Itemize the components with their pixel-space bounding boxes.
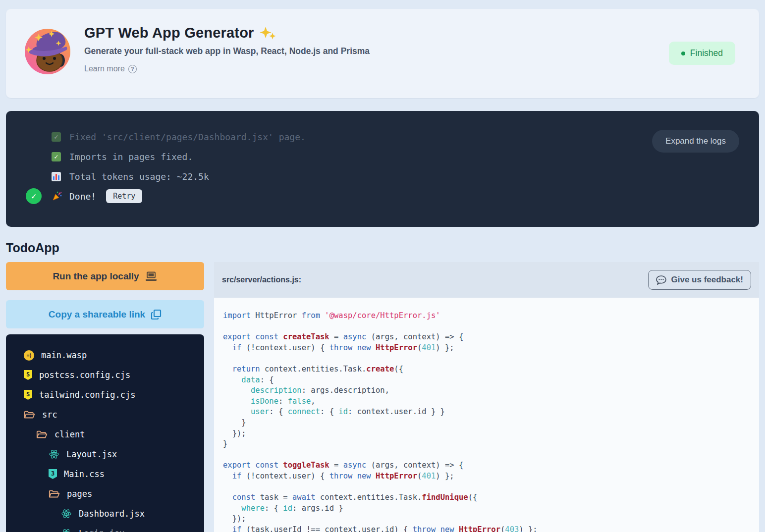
code-block: import HttpError from '@wasp/core/HttpEr… bbox=[214, 298, 759, 532]
code-line: if (!context.user) { throw new HttpError… bbox=[223, 471, 749, 482]
retry-button[interactable]: Retry bbox=[106, 189, 142, 203]
copy-icon bbox=[151, 309, 162, 320]
wasp-icon: =) bbox=[24, 350, 34, 361]
file-name: Layout.jsx bbox=[66, 449, 117, 459]
code-line bbox=[223, 482, 749, 493]
code-line bbox=[223, 353, 749, 364]
folder-icon bbox=[36, 430, 48, 439]
code-line: isDone: false, bbox=[223, 396, 749, 407]
react-icon bbox=[49, 449, 59, 459]
expand-logs-button[interactable]: Expand the logs bbox=[652, 130, 739, 153]
file-name: Main.css bbox=[64, 469, 105, 479]
current-file-label: src/server/actions.js: bbox=[222, 275, 648, 284]
code-line: import HttpError from '@wasp/core/HttpEr… bbox=[223, 311, 749, 321]
check-icon: ✓ bbox=[52, 152, 61, 161]
page-subtitle: Generate your full-stack web app in Wasp… bbox=[84, 46, 370, 56]
app-name-heading: TodoApp bbox=[6, 241, 765, 255]
wizard-bee-logo-icon bbox=[24, 28, 71, 75]
code-line bbox=[223, 321, 749, 332]
code-line: export const createTask = async (args, c… bbox=[223, 332, 749, 343]
file-name: Login.jsx bbox=[79, 529, 124, 532]
react-icon bbox=[61, 529, 72, 532]
code-line: }); bbox=[223, 428, 749, 439]
log-line: ✓ Imports in pages fixed. bbox=[26, 147, 759, 166]
code-line: const task = await context.entities.Task… bbox=[223, 492, 749, 503]
run-app-label: Run the app locally bbox=[53, 271, 139, 282]
file-name: postcss.config.cjs bbox=[39, 370, 130, 380]
speech-bubble-icon bbox=[656, 275, 666, 285]
copy-shareable-link-button[interactable]: Copy a shareable link bbox=[6, 300, 204, 328]
file-tree-item[interactable]: client bbox=[24, 425, 204, 444]
code-line bbox=[223, 450, 749, 461]
app-logo bbox=[24, 28, 71, 75]
file-tree-item[interactable]: pages bbox=[24, 484, 204, 504]
status-badge: Finished bbox=[669, 42, 735, 65]
code-line: export const toggleTask = async (args, c… bbox=[223, 460, 749, 471]
file-tree-item[interactable]: Stailwind.config.cjs bbox=[24, 385, 204, 405]
code-line: }); bbox=[223, 514, 749, 525]
file-name: Dashboard.jsx bbox=[79, 509, 145, 519]
log-line-done: ✓ Done! Retry bbox=[26, 186, 759, 206]
learn-more-link[interactable]: Learn more ? bbox=[84, 64, 137, 73]
party-popper-icon bbox=[52, 191, 62, 202]
sidebar: Run the app locally Copy a shareable lin… bbox=[6, 262, 204, 532]
status-label: Finished bbox=[690, 48, 723, 58]
log-text: Fixed 'src/client/pages/Dashboard.jsx' p… bbox=[69, 132, 306, 142]
laptop-icon bbox=[145, 271, 158, 281]
code-line: description: args.description, bbox=[223, 385, 749, 396]
js-icon: S bbox=[24, 370, 32, 380]
file-tree-item[interactable]: Dashboard.jsx bbox=[24, 504, 204, 524]
help-icon: ? bbox=[128, 65, 137, 73]
bar-chart-icon bbox=[52, 172, 61, 181]
file-tree-item[interactable]: src bbox=[24, 405, 204, 425]
sparkles-icon bbox=[259, 26, 276, 41]
code-panel-header: src/server/actions.js: Give us feedback! bbox=[214, 262, 759, 298]
log-text: Total tokens usage: ~22.5k bbox=[69, 171, 209, 182]
run-app-locally-button[interactable]: Run the app locally bbox=[6, 262, 204, 290]
done-text: Done! bbox=[69, 191, 96, 202]
give-feedback-button[interactable]: Give us feedback! bbox=[648, 270, 751, 290]
learn-more-label: Learn more bbox=[84, 64, 125, 73]
status-dot-icon bbox=[681, 52, 685, 55]
file-tree-item[interactable]: Login.jsx bbox=[24, 524, 204, 532]
js-icon: S bbox=[24, 390, 32, 400]
css-icon: 3 bbox=[49, 469, 57, 479]
folder-icon bbox=[49, 489, 60, 499]
file-name: client bbox=[55, 429, 85, 439]
main-content: Run the app locally Copy a shareable lin… bbox=[6, 262, 759, 532]
file-tree: =)main.waspSpostcss.config.cjsStailwind.… bbox=[6, 334, 204, 532]
log-line: ✓ Fixed 'src/client/pages/Dashboard.jsx'… bbox=[26, 127, 759, 147]
check-icon: ✓ bbox=[52, 132, 61, 142]
file-name: pages bbox=[67, 489, 92, 499]
page-title-text: GPT Web App Generator bbox=[84, 25, 254, 41]
code-line: return context.entities.Task.create({ bbox=[223, 364, 749, 375]
header-card: GPT Web App Generator Generate your full… bbox=[6, 9, 759, 98]
code-line: user: { connect: { id: context.user.id }… bbox=[223, 407, 749, 418]
logs-panel: ✓ Fixed 'src/client/pages/Dashboard.jsx'… bbox=[6, 111, 759, 227]
file-tree-item[interactable]: 3Main.css bbox=[24, 464, 204, 484]
copy-link-label: Copy a shareable link bbox=[49, 309, 145, 320]
react-icon bbox=[61, 509, 72, 519]
code-panel: src/server/actions.js: Give us feedback!… bbox=[214, 262, 759, 532]
log-text: Imports in pages fixed. bbox=[69, 152, 193, 162]
page-title: GPT Web App Generator bbox=[84, 25, 370, 41]
code-line: if (task.userId !== context.user.id) { t… bbox=[223, 525, 749, 532]
file-tree-item[interactable]: =)main.wasp bbox=[24, 345, 204, 365]
folder-icon bbox=[24, 410, 35, 420]
file-name: src bbox=[42, 410, 57, 420]
file-tree-item[interactable]: Layout.jsx bbox=[24, 444, 204, 464]
log-line: Total tokens usage: ~22.5k bbox=[26, 166, 759, 186]
code-line: where: { id: args.id } bbox=[223, 503, 749, 514]
code-line: } bbox=[223, 439, 749, 450]
code-line: data: { bbox=[223, 375, 749, 386]
code-line: } bbox=[223, 418, 749, 428]
file-name: tailwind.config.cjs bbox=[39, 390, 135, 400]
feedback-label: Give us feedback! bbox=[671, 275, 743, 285]
file-name: main.wasp bbox=[41, 350, 87, 360]
code-line: if (!context.user) { throw new HttpError… bbox=[223, 343, 749, 354]
file-tree-item[interactable]: Spostcss.config.cjs bbox=[24, 365, 204, 385]
success-check-icon: ✓ bbox=[26, 188, 42, 204]
